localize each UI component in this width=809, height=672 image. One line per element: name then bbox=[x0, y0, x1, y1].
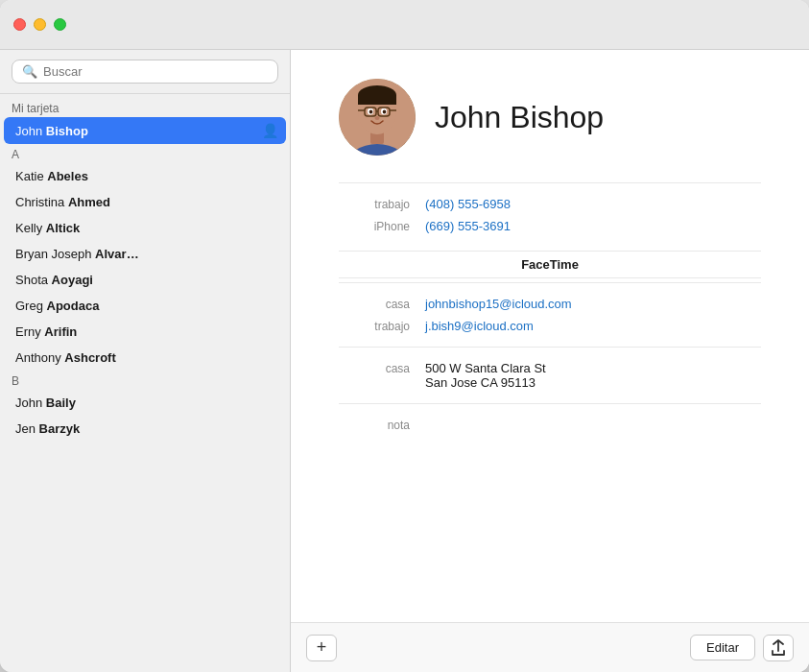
address-line1: 500 W Santa Clara St bbox=[425, 361, 546, 375]
facetime-section: FaceTime bbox=[339, 251, 761, 278]
search-input[interactable] bbox=[43, 64, 268, 79]
edit-button[interactable]: Editar bbox=[690, 635, 755, 660]
close-button[interactable] bbox=[13, 18, 26, 31]
iphone-row: iPhone (669) 555-3691 bbox=[339, 215, 761, 237]
phone-section: trabajo (408) 555-6958 iPhone (669) 555-… bbox=[339, 182, 761, 247]
contact-item-christina-ahmed[interactable]: Christina Ahmed bbox=[0, 189, 290, 215]
add-icon: + bbox=[317, 637, 327, 658]
facetime-label[interactable]: FaceTime bbox=[521, 257, 579, 272]
nota-section: nota bbox=[339, 403, 761, 445]
section-header-b: B bbox=[0, 371, 290, 390]
work-email-value[interactable]: j.bish9@icloud.com bbox=[425, 319, 761, 333]
contact-item-katie-abeles[interactable]: Katie Abeles bbox=[0, 163, 290, 189]
address-line2: San Jose CA 95113 bbox=[425, 375, 546, 390]
svg-point-15 bbox=[375, 116, 380, 120]
add-button[interactable]: + bbox=[306, 635, 337, 661]
home-email-label: casa bbox=[339, 297, 425, 311]
contact-name-text: Kelly Altick bbox=[15, 221, 80, 235]
work-email-label: trabajo bbox=[339, 319, 425, 333]
maximize-button[interactable] bbox=[54, 18, 66, 31]
contact-name-text: Katie Abeles bbox=[15, 169, 88, 183]
contact-list: Mi tarjeta John Bishop 👤 A Katie Abeles … bbox=[0, 94, 290, 672]
contact-name-text: Jen Barzyk bbox=[15, 421, 80, 436]
work-phone-row: trabajo (408) 555-6958 bbox=[339, 193, 761, 215]
contact-name-text: Bryan Joseph Alvar… bbox=[15, 247, 139, 261]
nota-row: nota bbox=[339, 414, 761, 436]
avatar bbox=[339, 79, 416, 156]
main-content: 🔍 Mi tarjeta John Bishop 👤 A Katie Abel bbox=[0, 50, 809, 672]
detail-content: John Bishop trabajo (408) 555-6958 iPhon… bbox=[291, 50, 809, 622]
mi-tarjeta-label: Mi tarjeta bbox=[0, 94, 290, 117]
contact-name-text: Erny Arifin bbox=[15, 324, 77, 339]
contact-item-erny-arifin[interactable]: Erny Arifin bbox=[0, 319, 290, 345]
minimize-button[interactable] bbox=[34, 18, 46, 31]
contact-name-text: John Bishop bbox=[15, 124, 88, 138]
share-icon bbox=[771, 639, 786, 657]
titlebar bbox=[0, 0, 809, 50]
nota-label: nota bbox=[339, 418, 425, 432]
contact-name-text: Anthony Ashcroft bbox=[15, 350, 116, 365]
iphone-label: iPhone bbox=[339, 219, 425, 233]
contact-name-text: John Baily bbox=[15, 396, 76, 410]
section-header-a: A bbox=[0, 144, 290, 163]
address-label: casa bbox=[339, 361, 425, 375]
iphone-value[interactable]: (669) 555-3691 bbox=[425, 219, 761, 233]
work-email-row: trabajo j.bish9@icloud.com bbox=[339, 315, 761, 337]
bottom-bar-left: + bbox=[306, 635, 682, 661]
home-email-value[interactable]: johnbishop15@icloud.com bbox=[425, 297, 761, 311]
contact-item-shota-aoyagi[interactable]: Shota Aoyagi bbox=[0, 267, 290, 293]
work-phone-value[interactable]: (408) 555-6958 bbox=[425, 197, 761, 211]
last-name: Bishop bbox=[46, 124, 88, 138]
address-section: casa 500 W Santa Clara St San Jose CA 95… bbox=[339, 347, 761, 403]
bottom-bar: + Editar bbox=[291, 622, 809, 672]
contact-item-jen-barzyk[interactable]: Jen Barzyk bbox=[0, 416, 290, 442]
svg-point-9 bbox=[383, 110, 387, 114]
contact-name: John Bishop bbox=[435, 100, 604, 135]
search-bar: 🔍 bbox=[0, 50, 290, 94]
contact-header: John Bishop bbox=[339, 79, 761, 156]
contact-name-text: Christina Ahmed bbox=[15, 195, 110, 209]
email-section: casa johnbishop15@icloud.com trabajo j.b… bbox=[339, 282, 761, 347]
share-button[interactable] bbox=[763, 635, 794, 661]
address-value: 500 W Santa Clara St San Jose CA 95113 bbox=[425, 361, 546, 390]
work-phone-label: trabajo bbox=[339, 197, 425, 211]
svg-rect-5 bbox=[358, 95, 396, 105]
detail-panel: John Bishop trabajo (408) 555-6958 iPhon… bbox=[291, 50, 809, 672]
contact-item-greg-apodaca[interactable]: Greg Apodaca bbox=[0, 293, 290, 319]
person-icon: 👤 bbox=[262, 123, 278, 138]
svg-point-8 bbox=[369, 110, 373, 114]
first-name: John bbox=[15, 124, 46, 138]
search-wrapper[interactable]: 🔍 bbox=[12, 60, 278, 84]
traffic-lights bbox=[13, 18, 66, 31]
contact-item-john-baily[interactable]: John Baily bbox=[0, 390, 290, 416]
contacts-window: 🔍 Mi tarjeta John Bishop 👤 A Katie Abel bbox=[0, 0, 809, 672]
sidebar: 🔍 Mi tarjeta John Bishop 👤 A Katie Abel bbox=[0, 50, 291, 672]
contact-name-text: Shota Aoyagi bbox=[15, 273, 93, 287]
contact-item-kelly-altick[interactable]: Kelly Altick bbox=[0, 215, 290, 241]
address-row: casa 500 W Santa Clara St San Jose CA 95… bbox=[339, 357, 761, 394]
home-email-row: casa johnbishop15@icloud.com bbox=[339, 293, 761, 315]
contact-item-john-bishop[interactable]: John Bishop 👤 bbox=[4, 117, 286, 144]
search-icon: 🔍 bbox=[22, 64, 37, 79]
contact-item-bryan-alvar[interactable]: Bryan Joseph Alvar… bbox=[0, 241, 290, 267]
contact-item-anthony-ashcroft[interactable]: Anthony Ashcroft bbox=[0, 345, 290, 371]
contact-name-text: Greg Apodaca bbox=[15, 299, 99, 313]
